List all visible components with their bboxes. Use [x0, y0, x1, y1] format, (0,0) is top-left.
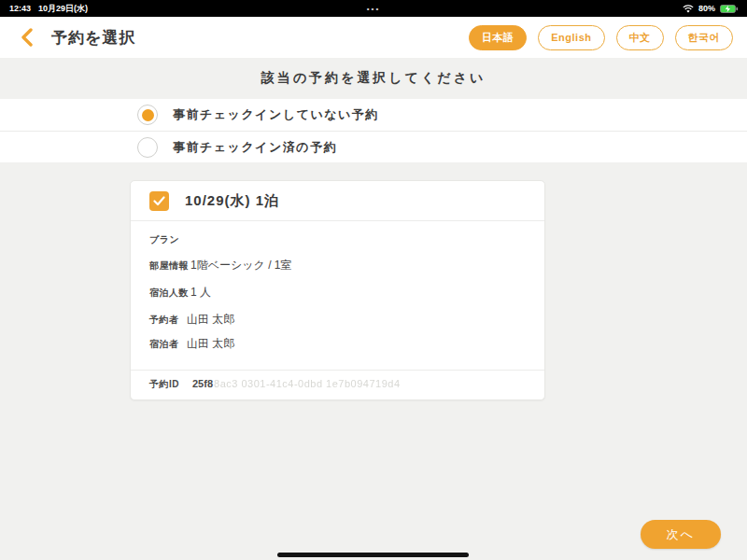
reservation-details: プラン 部屋情報 1階ベーシック / 1室 宿泊人数 1 人 予約者 山田 太郎…	[131, 221, 544, 370]
language-switcher: 日本語 English 中文 한국어	[469, 25, 733, 50]
reservation-id-redacted: 8ac3 0301-41c4-0dbd 1e7b094719d4	[214, 378, 401, 389]
option-not-prechecked[interactable]: 事前チェックインしていない予約	[0, 99, 747, 131]
reservation-filter-options: 事前チェックインしていない予約 事前チェックイン済の予約	[0, 99, 747, 162]
field-value: 山田 太郎	[187, 312, 234, 328]
reservation-id-visible: 25f8	[192, 378, 213, 389]
field-label: 部屋情報	[149, 259, 189, 273]
field-plan: プラン	[149, 233, 526, 246]
checkbox-checked-icon[interactable]	[149, 191, 169, 211]
status-bar: 12:43 10月29日(水) ••• 80%	[0, 0, 747, 17]
field-guest-count: 宿泊人数 1 人	[149, 285, 526, 301]
reservation-card-header[interactable]: 10/29(水) 1泊	[131, 181, 544, 221]
status-date: 10月29日(水)	[38, 3, 88, 15]
status-time: 12:43	[9, 4, 31, 13]
battery-percent: 80%	[698, 4, 715, 13]
radio-unselected-icon[interactable]	[137, 137, 158, 158]
next-button[interactable]: 次へ	[641, 520, 721, 549]
field-guest: 宿泊者 山田 太郎	[149, 336, 526, 352]
page-title: 予約を選択	[51, 27, 135, 49]
lang-button-english[interactable]: English	[538, 25, 604, 50]
option-label: 事前チェックイン済の予約	[173, 139, 337, 156]
field-booker: 予約者 山田 太郎	[149, 312, 526, 328]
reservation-id-row: 予約ID 25f8 8ac3 0301-41c4-0dbd 1e7b094719…	[131, 370, 544, 399]
wifi-icon	[683, 5, 694, 13]
home-indicator[interactable]	[277, 553, 469, 557]
lang-button-japanese[interactable]: 日本語	[469, 25, 528, 50]
field-value: 1 人	[190, 285, 211, 301]
field-room-info: 部屋情報 1階ベーシック / 1室	[149, 258, 526, 273]
field-value: 1階ベーシック / 1室	[190, 258, 291, 273]
option-label: 事前チェックインしていない予約	[173, 106, 379, 123]
field-label: プラン	[149, 233, 185, 246]
battery-charging-icon	[720, 5, 738, 13]
field-value: 山田 太郎	[187, 336, 234, 352]
lang-button-korean[interactable]: 한국어	[675, 25, 734, 50]
reservation-id-label: 予約ID	[149, 378, 185, 391]
back-button[interactable]	[14, 23, 38, 51]
header: 予約を選択 日本語 English 中文 한국어	[0, 17, 747, 58]
multitask-dots: •••	[0, 5, 747, 13]
field-label: 宿泊人数	[149, 287, 189, 300]
instruction-text: 該当の予約を選択してください	[261, 70, 486, 87]
reservation-card: 10/29(水) 1泊 プラン 部屋情報 1階ベーシック / 1室 宿泊人数 1…	[130, 180, 545, 400]
field-label: 宿泊者	[149, 338, 185, 351]
field-label: 予約者	[149, 314, 185, 327]
lang-button-chinese[interactable]: 中文	[616, 25, 664, 50]
option-prechecked[interactable]: 事前チェックイン済の予約	[0, 131, 747, 162]
reservation-date-title: 10/29(水) 1泊	[185, 192, 279, 210]
instruction-band: 該当の予約を選択してください	[0, 58, 747, 99]
radio-selected-icon[interactable]	[137, 105, 158, 125]
